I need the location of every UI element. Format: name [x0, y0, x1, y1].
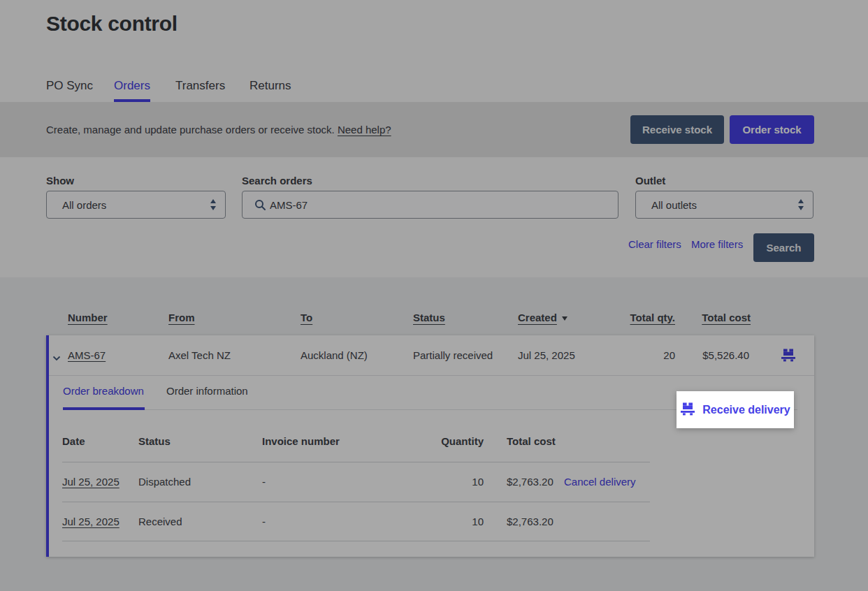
receive-delivery-button[interactable]: Receive delivery [677, 391, 794, 428]
delivery-truck-icon [680, 402, 696, 418]
receive-delivery-label: Receive delivery [702, 404, 790, 416]
dim-overlay [0, 0, 868, 591]
